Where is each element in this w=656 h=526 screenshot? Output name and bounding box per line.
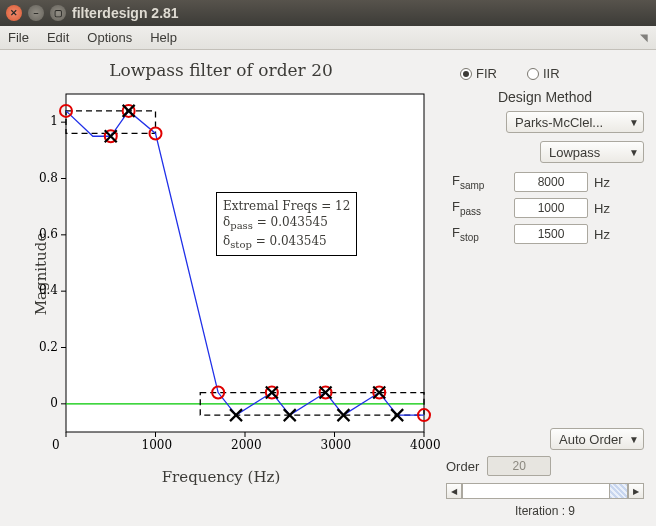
fsamp-label: Fsamp [452, 173, 508, 191]
chart-info-box: Extremal Freqs = 12 δpass = 0.043545 δst… [216, 192, 357, 256]
window-close-button[interactable]: ✕ [6, 5, 22, 21]
chart-title: Lowpass filter of order 20 [6, 60, 436, 80]
fstop-label: Fstop [452, 225, 508, 243]
info-delta-pass: δpass = 0.043545 [223, 214, 350, 233]
slider-thumb[interactable] [609, 484, 627, 498]
menu-edit[interactable]: Edit [47, 30, 69, 45]
order-mode-value: Auto Order [559, 432, 623, 447]
chart-xlabel: Frequency (Hz) [6, 468, 436, 486]
svg-rect-0 [66, 94, 424, 432]
iir-label: IIR [543, 66, 560, 81]
xtick-label: 1000 [142, 438, 173, 452]
chart-ylabel: Magnitude [32, 233, 50, 316]
slider-left-button[interactable]: ◀ [446, 483, 462, 499]
xtick-label: 4000 [410, 438, 441, 452]
slider-right-button[interactable]: ▶ [628, 483, 644, 499]
xtick-label: 2000 [231, 438, 262, 452]
iteration-slider[interactable]: ◀ ▶ [446, 482, 644, 500]
ytick-label: 0.4 [39, 283, 58, 297]
design-method-select[interactable]: Parks-McClel... ▼ [506, 111, 644, 133]
chart-panel: Lowpass filter of order 20 Magnitude Ext… [6, 60, 436, 518]
ytick-label: 0.2 [39, 340, 58, 354]
filter-shape-value: Lowpass [549, 145, 600, 160]
fsamp-input[interactable]: 8000 [514, 172, 588, 192]
order-input: 20 [487, 456, 551, 476]
slider-track[interactable] [462, 483, 628, 499]
menubar-grip-icon: ◥ [640, 32, 648, 43]
order-mode-select[interactable]: Auto Order ▼ [550, 428, 644, 450]
xtick-label: 3000 [321, 438, 352, 452]
radio-unselected-icon [527, 68, 539, 80]
hz-unit: Hz [594, 227, 618, 242]
filter-type-iir-radio[interactable]: IIR [527, 66, 560, 81]
fir-label: FIR [476, 66, 497, 81]
ytick-label: 0.8 [39, 171, 58, 185]
chevron-down-icon: ▼ [629, 147, 639, 158]
titlebar: ✕ – ▢ filterdesign 2.81 [0, 0, 656, 26]
menu-options[interactable]: Options [87, 30, 132, 45]
info-extremal-freqs: Extremal Freqs = 12 [223, 198, 350, 214]
radio-selected-icon [460, 68, 472, 80]
ytick-label: 0.6 [39, 227, 58, 241]
window-maximize-button[interactable]: ▢ [50, 5, 66, 21]
filter-type-fir-radio[interactable]: FIR [460, 66, 497, 81]
chart-plot: Magnitude Extremal Freqs = 12 δpass = 0.… [6, 84, 436, 464]
chevron-down-icon: ▼ [629, 117, 639, 128]
fpass-input[interactable]: 1000 [514, 198, 588, 218]
fpass-label: Fpass [452, 199, 508, 217]
fstop-input[interactable]: 1500 [514, 224, 588, 244]
menubar: File Edit Options Help ◥ [0, 26, 656, 50]
design-method-heading: Design Method [446, 89, 644, 105]
xtick-label: 0 [52, 438, 60, 452]
menu-help[interactable]: Help [150, 30, 177, 45]
order-label: Order [446, 459, 479, 474]
hz-unit: Hz [594, 175, 618, 190]
filter-shape-select[interactable]: Lowpass ▼ [540, 141, 644, 163]
ytick-label: 1 [50, 114, 58, 128]
window-title: filterdesign 2.81 [72, 5, 179, 21]
controls-panel: FIR IIR Design Method Parks-McClel... ▼ … [446, 60, 644, 518]
ytick-label: 0 [50, 396, 58, 410]
design-method-value: Parks-McClel... [515, 115, 603, 130]
menu-file[interactable]: File [8, 30, 29, 45]
iteration-label: Iteration : 9 [446, 504, 644, 518]
hz-unit: Hz [594, 201, 618, 216]
window-minimize-button[interactable]: – [28, 5, 44, 21]
chevron-down-icon: ▼ [629, 434, 639, 445]
info-delta-stop: δstop = 0.043545 [223, 233, 350, 252]
